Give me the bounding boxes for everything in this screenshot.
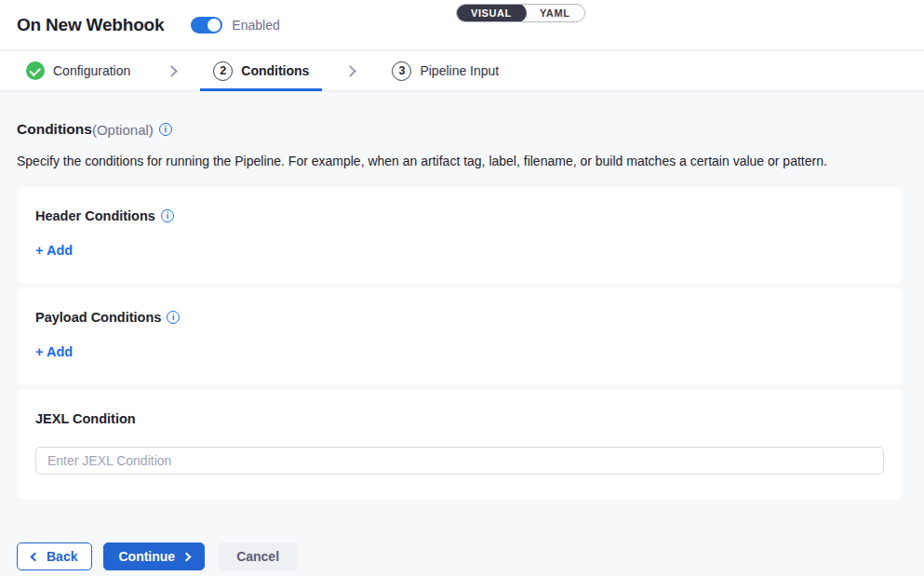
step-configuration[interactable]: Configuration (26, 51, 143, 90)
enabled-toggle[interactable] (191, 17, 222, 33)
step-conditions[interactable]: 2 Conditions (200, 51, 322, 90)
conditions-heading-row: Conditions (Optional) (17, 121, 903, 138)
toggle-knob (208, 19, 221, 32)
add-header-condition-button[interactable]: + Add (35, 243, 73, 258)
conditions-panel: Conditions (Optional) Specify the condit… (0, 91, 924, 576)
visual-segment[interactable]: VISUAL (456, 4, 527, 22)
step-number-2: 2 (213, 61, 233, 81)
yaml-segment[interactable]: YAML (526, 5, 584, 21)
page-header: On New Webhook Enabled VISUAL YAML (0, 0, 924, 51)
info-icon[interactable] (167, 311, 180, 324)
step-pipeline-input-label: Pipeline Input (420, 63, 499, 78)
chevron-right-icon (182, 553, 192, 562)
jexl-condition-input[interactable] (35, 447, 884, 475)
continue-button[interactable]: Continue (103, 543, 205, 570)
header-conditions-title-row: Header Conditions (35, 208, 884, 223)
page-title: On New Webhook (17, 15, 164, 35)
payload-conditions-title-row: Payload Conditions (35, 310, 884, 325)
info-icon[interactable] (161, 209, 174, 222)
jexl-condition-label: JEXL Condition (35, 411, 136, 426)
payload-conditions-card: Payload Conditions + Add (17, 288, 903, 384)
header-conditions-title: Header Conditions (35, 208, 155, 223)
header-conditions-card: Header Conditions + Add (17, 187, 903, 283)
jexl-condition-title-row: JEXL Condition (35, 411, 884, 426)
info-icon[interactable] (159, 123, 172, 136)
conditions-heading: Conditions (17, 121, 92, 138)
optional-label: (Optional) (92, 122, 154, 138)
visual-yaml-switch: VISUAL YAML (456, 4, 585, 22)
step-complete-check-icon (26, 61, 45, 80)
payload-conditions-title: Payload Conditions (35, 310, 161, 325)
cancel-button[interactable]: Cancel (219, 543, 297, 570)
step-configuration-label: Configuration (53, 63, 130, 78)
enabled-toggle-label: Enabled (232, 18, 279, 33)
enabled-toggle-group: Enabled (191, 17, 279, 33)
continue-button-label: Continue (118, 549, 175, 564)
back-button-label: Back (47, 549, 77, 564)
step-pipeline-input[interactable]: 3 Pipeline Input (379, 51, 512, 90)
conditions-description: Specify the conditions for running the P… (17, 154, 903, 168)
wizard-stepper: Configuration 2 Conditions 3 Pipeline In… (0, 51, 924, 91)
add-payload-condition-button[interactable]: + Add (35, 344, 73, 359)
back-button[interactable]: Back (17, 543, 92, 570)
jexl-condition-card: JEXL Condition (17, 390, 903, 499)
step-number-3: 3 (392, 61, 411, 81)
cancel-button-label: Cancel (236, 549, 279, 564)
chevron-right-icon (166, 65, 178, 77)
wizard-footer: Back Continue Cancel (17, 543, 903, 570)
chevron-right-icon (345, 65, 357, 77)
step-conditions-label: Conditions (241, 63, 309, 78)
chevron-left-icon (31, 553, 40, 562)
